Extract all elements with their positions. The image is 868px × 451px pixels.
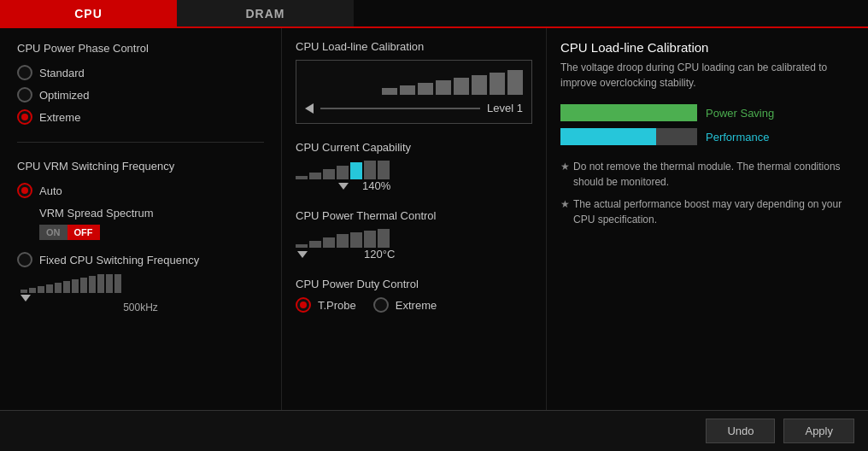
undo-button[interactable]: Undo	[706, 419, 775, 443]
cal-step	[454, 78, 469, 95]
bottom-bar: Undo Apply	[0, 410, 868, 451]
duty-title: CPU Power Duty Control	[296, 278, 532, 290]
vrm-freq-title: CPU VRM Switching Frequency	[17, 160, 264, 173]
step	[323, 237, 335, 248]
step	[378, 161, 390, 179]
note-star-1: ★	[560, 159, 570, 190]
step	[350, 162, 362, 179]
calibration-title: CPU Load-line Calibration	[296, 40, 532, 53]
thermal-block: CPU Power Thermal Control 120°C	[296, 209, 532, 261]
cal-step	[400, 85, 415, 95]
step	[21, 290, 27, 293]
middle-panel: CPU Load-line Calibration Level 1	[282, 28, 547, 410]
radio-circle-tprobe	[296, 297, 311, 313]
level-arrow	[305, 103, 314, 114]
right-title: CPU Load-line Calibration	[560, 40, 854, 55]
cal-step	[472, 75, 487, 95]
toggle-off-button[interactable]: OFF	[67, 225, 100, 240]
radio-standard[interactable]: Standard	[17, 65, 264, 80]
note-1: ★ Do not remove the thermal module. The …	[560, 159, 854, 190]
tab-dram[interactable]: DRAM	[177, 0, 354, 26]
freq-slider-steps	[21, 274, 261, 293]
level-line	[320, 108, 480, 109]
tab-cpu[interactable]: CPU	[0, 0, 177, 26]
phase-control-group: Standard Optimized Extreme	[17, 65, 264, 125]
step	[309, 241, 321, 248]
step	[63, 281, 70, 293]
toggle-on-button[interactable]: ON	[39, 225, 67, 240]
thermal-arrow	[297, 251, 308, 258]
current-block: CPU Current Capability 140%	[296, 141, 532, 192]
divider-1	[17, 142, 264, 143]
thermal-value-row: 120°C	[296, 248, 532, 261]
step	[80, 278, 87, 293]
cal-step	[490, 73, 505, 95]
freq-arrow-row	[21, 295, 261, 302]
step	[97, 274, 104, 293]
step	[106, 274, 113, 293]
step	[29, 288, 36, 293]
duty-extreme[interactable]: Extreme	[373, 297, 437, 313]
radio-extreme[interactable]: Extreme	[17, 109, 264, 125]
performance-bar-empty	[656, 128, 697, 145]
performance-bar-container	[560, 128, 697, 145]
freq-slider-container: 500kHz	[17, 274, 264, 313]
step	[89, 276, 96, 293]
current-value-row: 140%	[296, 179, 532, 192]
cal-step	[382, 88, 397, 95]
freq-value: 500kHz	[21, 302, 261, 313]
step	[296, 176, 308, 179]
step	[46, 284, 53, 293]
right-panel: CPU Load-line Calibration The voltage dr…	[547, 28, 868, 410]
radio-fixed[interactable]: Fixed CPU Switching Frequency	[17, 252, 264, 267]
current-value: 140%	[362, 179, 390, 192]
step	[55, 283, 62, 293]
calibration-steps	[305, 69, 523, 95]
level-row: Level 1	[305, 102, 523, 114]
power-saving-bar	[560, 104, 697, 121]
apply-button[interactable]: Apply	[783, 419, 854, 443]
level-label: Level 1	[487, 102, 523, 114]
step	[364, 161, 376, 179]
radio-circle-extreme	[17, 109, 32, 125]
thermal-slider-steps	[296, 229, 532, 248]
left-panel: CPU Power Phase Control Standard Optimiz…	[0, 28, 282, 410]
legend-performance: Performance	[560, 128, 854, 145]
duty-tprobe[interactable]: T.Probe	[296, 297, 356, 313]
step	[323, 169, 335, 179]
top-tab-bar: CPU DRAM	[0, 0, 868, 28]
radio-circle-auto	[17, 183, 32, 198]
cal-step	[418, 83, 433, 95]
spread-spectrum-label: VRM Spread Spectrum	[39, 207, 264, 220]
step	[378, 229, 390, 248]
radio-auto[interactable]: Auto	[17, 183, 264, 198]
spread-spectrum-row: VRM Spread Spectrum ON OFF	[39, 207, 264, 240]
vrm-freq-section: CPU VRM Switching Frequency Auto VRM Spr…	[17, 160, 264, 313]
phase-control-title: CPU Power Phase Control	[17, 42, 264, 55]
performance-label: Performance	[706, 131, 769, 144]
toggle-row: ON OFF	[39, 225, 264, 240]
step	[364, 231, 376, 248]
thermal-title: CPU Power Thermal Control	[296, 209, 532, 222]
main-content: CPU Power Phase Control Standard Optimiz…	[0, 28, 868, 410]
power-saving-label: Power Saving	[706, 107, 774, 120]
duty-block: CPU Power Duty Control T.Probe Extreme	[296, 278, 532, 313]
radio-circle-fixed	[17, 252, 32, 267]
cal-step	[436, 80, 451, 95]
cal-step	[507, 70, 523, 95]
calibration-box: Level 1	[296, 60, 532, 124]
legend-power-saving: Power Saving	[560, 104, 854, 121]
duty-radio-row: T.Probe Extreme	[296, 297, 532, 313]
radio-circle-duty-extreme	[373, 297, 389, 313]
right-desc: The voltage droop during CPU loading can…	[560, 60, 854, 91]
current-arrow	[338, 183, 349, 190]
notes-section: ★ Do not remove the thermal module. The …	[560, 159, 854, 227]
step	[114, 274, 121, 293]
radio-circle-standard	[17, 65, 32, 80]
step	[72, 279, 79, 293]
step	[337, 234, 349, 248]
step	[296, 244, 308, 248]
power-saving-bar-container	[560, 104, 697, 121]
radio-circle-optimized	[17, 87, 32, 102]
radio-optimized[interactable]: Optimized	[17, 87, 264, 102]
